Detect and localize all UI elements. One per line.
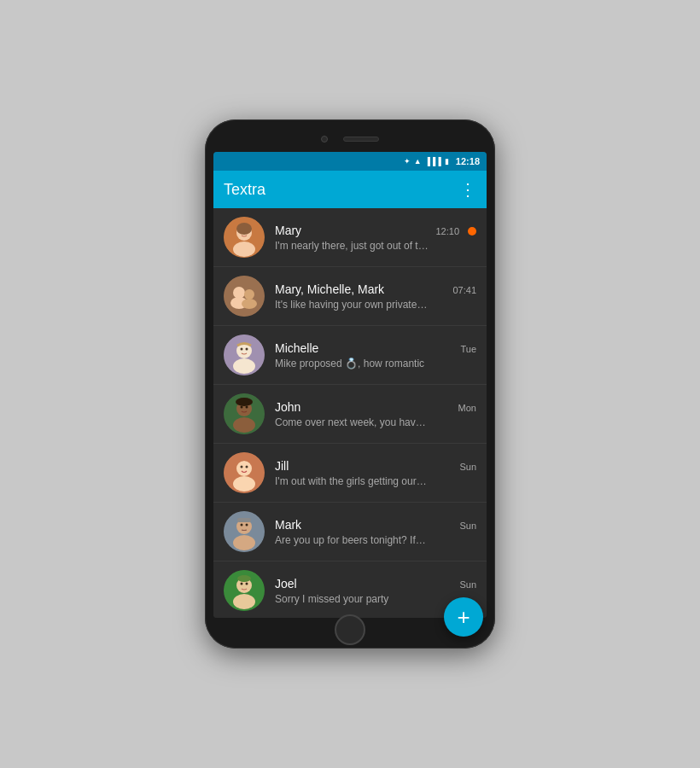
contact-name-michelle: Michelle	[275, 341, 318, 355]
contact-name-jill: Jill	[275, 459, 289, 473]
avatar-mark	[224, 511, 265, 552]
message-preview-mark: Are you up for beers tonight? If not...	[275, 534, 429, 546]
message-content-mary: Mary 12:10 I'm nearly there, just got ou…	[275, 224, 476, 252]
svg-point-29	[233, 535, 255, 550]
conversations-list: Mary 12:10 I'm nearly there, just got ou…	[213, 208, 487, 618]
svg-point-24	[233, 476, 255, 492]
app-title: Textra	[224, 181, 459, 199]
message-header-jill: Jill Sun	[275, 459, 476, 473]
message-time-john: Mon	[458, 403, 476, 413]
message-header-joel: Joel Sun	[275, 577, 476, 591]
battery-icon: ▮	[445, 157, 449, 166]
avatar-joel	[224, 570, 265, 611]
message-time-mary: 12:10	[435, 226, 459, 236]
message-content-group: Mary, Michelle, Mark 07:41 It's like hav…	[275, 282, 476, 311]
svg-point-37	[246, 583, 248, 585]
message-time-joel: Sun	[459, 579, 476, 590]
conversation-item-jill[interactable]: Jill Sun I'm out with the girls getting …	[213, 444, 487, 503]
svg-point-25	[241, 466, 243, 468]
home-button[interactable]	[335, 614, 365, 645]
svg-point-26	[246, 466, 248, 468]
message-preview-group: It's like having your own private pa...	[275, 299, 429, 311]
message-preview-john: Come over next week, you have to ...	[275, 416, 429, 428]
signal-icon: ▐▐▐	[425, 157, 441, 166]
contact-name-mark: Mark	[275, 518, 301, 532]
conversation-item-john[interactable]: John Mon Come over next week, you have t…	[213, 385, 487, 444]
avatar-svg-group	[224, 276, 265, 317]
phone-top-hardware	[213, 130, 487, 148]
svg-rect-32	[237, 518, 251, 522]
message-preview-michelle: Mike proposed 💍, how romantic	[275, 358, 429, 369]
conversation-item-michelle[interactable]: Michelle Tue Mike proposed 💍, how romant…	[213, 326, 487, 385]
svg-point-13	[233, 358, 255, 374]
message-preview-jill: I'm out with the girls getting our n...	[275, 475, 429, 487]
svg-point-14	[241, 348, 243, 351]
conversation-item-mark[interactable]: Mark Sun Are you up for beers tonight? I…	[213, 503, 487, 561]
wifi-icon: ▲	[414, 157, 422, 166]
compose-icon: +	[457, 606, 470, 618]
avatar-svg-michelle	[224, 335, 265, 375]
status-bar: ✦ ▲ ▐▐▐ ▮ 12:18	[213, 152, 487, 171]
avatar-group	[224, 276, 265, 317]
phone-device: ✦ ▲ ▐▐▐ ▮ 12:18 Textra ⋮	[205, 119, 495, 649]
conversation-item-group[interactable]: Mary, Michelle, Mark 07:41 It's like hav…	[213, 267, 487, 326]
message-header-group: Mary, Michelle, Mark 07:41	[275, 282, 476, 296]
contact-name-john: John	[275, 400, 300, 414]
svg-point-38	[237, 575, 251, 582]
message-time-jill: Sun	[459, 462, 476, 472]
status-icons: ✦ ▲ ▐▐▐ ▮ 12:18	[404, 156, 480, 166]
svg-point-31	[246, 524, 248, 527]
svg-point-15	[246, 348, 248, 351]
message-preview-joel: Sorry I missed your party	[275, 593, 429, 605]
message-header-mary: Mary 12:10	[275, 224, 476, 237]
phone-speaker	[343, 137, 379, 142]
message-time-michelle: Tue	[460, 344, 476, 354]
svg-point-10	[242, 299, 257, 309]
message-preview-mary: I'm nearly there, just got out of th...	[275, 240, 429, 252]
svg-point-18	[233, 417, 255, 433]
avatar-michelle	[224, 335, 265, 375]
svg-point-20	[246, 406, 248, 409]
phone-camera	[321, 136, 328, 143]
avatar-svg-mary	[224, 217, 265, 258]
more-options-icon[interactable]: ⋮	[459, 179, 476, 200]
bluetooth-icon: ✦	[404, 157, 411, 166]
message-content-jill: Jill Sun I'm out with the girls getting …	[275, 459, 476, 487]
message-content-john: John Mon Come over next week, you have t…	[275, 400, 476, 428]
contact-name-group: Mary, Michelle, Mark	[275, 282, 384, 296]
avatar-mary	[224, 217, 265, 258]
svg-point-7	[233, 287, 245, 299]
svg-point-35	[233, 594, 255, 609]
message-header-john: John Mon	[275, 400, 476, 414]
svg-point-9	[244, 289, 254, 300]
message-header-michelle: Michelle Tue	[275, 341, 476, 355]
avatar-svg-john	[224, 393, 265, 434]
avatar-svg-mark	[224, 511, 265, 552]
message-content-mark: Mark Sun Are you up for beers tonight? I…	[275, 518, 476, 546]
svg-point-36	[241, 583, 243, 585]
svg-point-30	[241, 524, 243, 527]
message-content-joel: Joel Sun Sorry I missed your party	[275, 577, 476, 605]
unread-dot-mary	[468, 227, 476, 236]
phone-screen: ✦ ▲ ▐▐▐ ▮ 12:18 Textra ⋮	[213, 152, 487, 618]
avatar-svg-jill	[224, 452, 265, 493]
avatar-svg-joel	[224, 570, 265, 611]
message-time-group: 07:41	[452, 285, 476, 295]
svg-point-2	[233, 241, 255, 257]
avatar-jill	[224, 452, 265, 493]
message-time-mark: Sun	[459, 521, 476, 531]
svg-point-5	[236, 223, 252, 235]
svg-point-23	[236, 461, 252, 476]
message-header-mark: Mark Sun	[275, 518, 476, 532]
svg-point-6	[224, 276, 265, 317]
avatar-john	[224, 393, 265, 434]
status-time: 12:18	[456, 156, 480, 166]
message-content-michelle: Michelle Tue Mike proposed 💍, how romant…	[275, 341, 476, 369]
svg-point-21	[236, 398, 253, 406]
contact-name-mary: Mary	[275, 224, 301, 237]
svg-point-19	[241, 406, 243, 409]
app-bar: Textra ⋮	[213, 171, 487, 208]
contact-name-joel: Joel	[275, 577, 297, 591]
conversation-item-mary[interactable]: Mary 12:10 I'm nearly there, just got ou…	[213, 208, 487, 267]
